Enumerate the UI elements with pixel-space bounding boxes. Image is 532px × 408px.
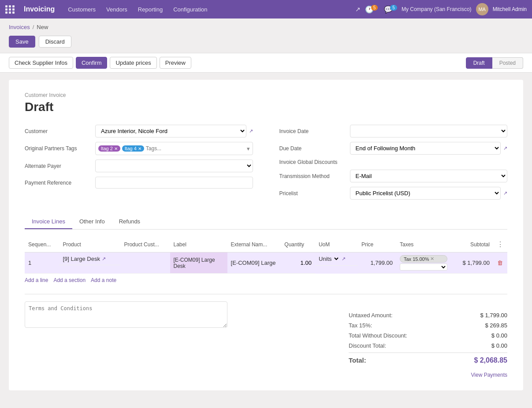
view-payments-link[interactable]: View Payments — [471, 372, 507, 378]
totals-area: Untaxed Amount: $ 1,799.00 Tax 15%: $ 26… — [349, 310, 507, 366]
col-taxes: Taxes — [396, 237, 451, 252]
avatar[interactable]: MA — [476, 3, 488, 15]
transmission-select[interactable]: E-Mail — [350, 170, 508, 182]
product-cust-input[interactable] — [124, 260, 166, 266]
pricelist-row: Pricelist Public Pricelist (USD) ↗ — [279, 187, 508, 200]
tag-1[interactable]: ltag 2 ✕ — [98, 145, 120, 152]
company-name: My Company (San Francisco) — [402, 6, 472, 12]
table-actions: Add a line Add a section Add a note — [25, 274, 507, 287]
nav-reporting[interactable]: Reporting — [134, 4, 167, 15]
nav-vendors[interactable]: Vendors — [102, 4, 132, 15]
customer-external-link[interactable]: ↗ — [249, 128, 253, 134]
invoice-table: Sequen... Product Product Cust... Label … — [25, 237, 507, 274]
col-more[interactable]: ⋮ — [493, 237, 507, 252]
confirm-button[interactable]: Confirm — [76, 57, 108, 69]
nav-customers[interactable]: Customers — [63, 4, 100, 15]
invoice-date-select[interactable] — [350, 125, 508, 137]
cell-quantity[interactable] — [281, 252, 315, 274]
due-date-row: Due Date End of Following Month ↗ — [279, 142, 508, 155]
due-date-select[interactable]: End of Following Month — [350, 142, 501, 155]
breadcrumb-parent[interactable]: Invoices — [9, 24, 30, 30]
alternate-payer-field — [95, 159, 253, 172]
due-date-ext[interactable]: ↗ — [503, 145, 507, 151]
cell-uom: Units ▾ ↗ — [315, 252, 358, 266]
app-grid-icon[interactable] — [5, 5, 15, 14]
tag-1-remove[interactable]: ✕ — [114, 146, 118, 151]
untaxed-row: Untaxed Amount: $ 1,799.00 — [349, 310, 507, 320]
column-more-icon[interactable]: ⋮ — [497, 241, 504, 248]
save-button[interactable]: Save — [9, 36, 35, 48]
pricelist-select[interactable]: Public Pricelist (USD) — [350, 187, 501, 200]
add-line-link[interactable]: Add a line — [25, 277, 48, 283]
alternate-payer-select[interactable] — [95, 159, 253, 172]
delete-row-icon[interactable]: 🗑 — [497, 260, 503, 266]
tag-2-remove[interactable]: ✕ — [138, 146, 141, 151]
due-date-label: Due Date — [279, 145, 350, 152]
tab-refunds[interactable]: Refunds — [112, 215, 147, 229]
check-supplier-button[interactable]: Check Supplier Infos — [9, 57, 73, 69]
total-row: Total: $ 2,068.85 — [349, 352, 507, 366]
without-discount-label: Total Without Discount: — [349, 332, 407, 339]
invoice-date-field — [350, 125, 508, 137]
tags-row: Original Partners Tags ltag 2 ✕ ltag 4 ✕ — [25, 142, 253, 155]
tab-other-info[interactable]: Other Info — [72, 215, 112, 229]
tab-invoice-lines[interactable]: Invoice Lines — [25, 215, 72, 229]
table-row: 1 [9] Large Desk ↗ [E-COM09] Large Desk … — [25, 252, 507, 274]
breadcrumb: Invoices / New — [0, 19, 532, 34]
breadcrumb-separator: / — [33, 24, 34, 30]
discard-button[interactable]: Discard — [39, 36, 71, 48]
col-price: Price — [358, 237, 396, 252]
customer-label: Customer — [25, 128, 95, 134]
cell-delete[interactable]: 🗑 — [493, 252, 507, 274]
product-ext-link[interactable]: ↗ — [102, 256, 106, 262]
status-draft[interactable]: Draft — [466, 57, 492, 69]
without-discount-value: $ 0.00 — [491, 332, 507, 339]
add-note-link[interactable]: Add a note — [91, 277, 116, 283]
pricelist-ext[interactable]: ↗ — [503, 190, 507, 196]
update-prices-button[interactable]: Update prices — [110, 57, 156, 69]
transmission-label: Transmission Method — [279, 173, 350, 179]
customer-row: Customer Azure Interior, Nicole Ford ↗ — [25, 125, 253, 137]
global-discounts-label: Invoice Global Discounts — [279, 159, 350, 165]
col-label: Label — [170, 237, 227, 252]
invoice-type: Customer Invoice — [25, 92, 507, 98]
cell-product: [9] Large Desk ↗ — [59, 253, 120, 265]
transmission-row: Transmission Method E-Mail — [279, 170, 508, 182]
payment-ref-field — [95, 177, 253, 189]
tax-remove[interactable]: ✕ — [430, 256, 434, 262]
discount-value: $ 0.00 — [491, 342, 507, 349]
form-left: Customer Azure Interior, Nicole Ford ↗ O… — [25, 125, 253, 204]
terms-textarea[interactable] — [25, 301, 227, 328]
col-product: Product — [59, 237, 120, 252]
status-posted[interactable]: Posted — [492, 57, 523, 69]
customer-select[interactable]: Azure Interior, Nicole Ford — [95, 125, 246, 137]
tags-dropdown[interactable]: ▾ — [247, 145, 250, 152]
cell-label: [E-COM09] Large Desk — [170, 252, 227, 274]
topnav-right: ↗ 🕐 5 💬 5 My Company (San Francisco) MA … — [355, 3, 527, 15]
total-value: $ 2,068.85 — [474, 356, 507, 364]
payment-ref-input[interactable] — [95, 177, 253, 189]
nav-configuration[interactable]: Configuration — [169, 4, 212, 15]
discount-label: Discount Total: — [349, 342, 386, 349]
tag-2[interactable]: ltag 4 ✕ — [122, 145, 144, 152]
preview-button[interactable]: Preview — [160, 57, 191, 69]
app-name: Invoicing — [24, 5, 55, 13]
quantity-input[interactable] — [284, 260, 312, 266]
external-link-icon[interactable]: ↗ — [355, 6, 361, 13]
tags-field: ltag 2 ✕ ltag 4 ✕ ▾ — [95, 142, 253, 155]
add-section-link[interactable]: Add a section — [53, 277, 86, 283]
tags-input[interactable] — [146, 145, 212, 152]
cell-product-cust[interactable] — [120, 252, 170, 274]
user-name: Mitchell Admin — [493, 6, 527, 12]
invoice-card: Customer Invoice Draft Customer Azure In… — [9, 80, 523, 390]
invoice-date-label: Invoice Date — [279, 128, 350, 134]
form-right: Invoice Date Due Date End of Following M… — [279, 125, 508, 204]
tax-select[interactable] — [400, 263, 447, 271]
total-label: Total: — [349, 356, 366, 364]
discount-row: Discount Total: $ 0.00 — [349, 341, 507, 351]
uom-select[interactable]: ▾ — [333, 255, 340, 263]
cell-sequence: 1 — [25, 252, 59, 274]
tax-row: Tax 15%: $ 269.85 — [349, 320, 507, 330]
tags-container[interactable]: ltag 2 ✕ ltag 4 ✕ ▾ — [95, 142, 253, 155]
uom-ext-link[interactable]: ↗ — [342, 256, 346, 262]
